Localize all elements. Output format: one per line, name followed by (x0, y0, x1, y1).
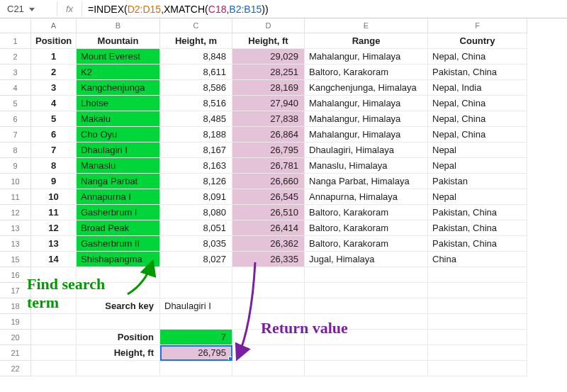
row-header-13[interactable]: 13 (0, 220, 31, 236)
row-header-3[interactable]: 3 (0, 65, 31, 80)
cell-height-m-7[interactable]: 8,188 (160, 127, 232, 142)
cell-mountain-15[interactable]: Shishapangma (77, 252, 160, 267)
row-header-11[interactable]: 11 (0, 189, 31, 205)
empty-cell[interactable] (232, 267, 305, 283)
cell-height-ft-4[interactable]: 28,169 (232, 80, 305, 96)
empty-cell[interactable] (31, 345, 77, 361)
value-search-key[interactable]: Dhaulagiri I (160, 298, 232, 314)
value-position[interactable]: 7 (160, 330, 232, 345)
cell-mountain-2[interactable]: Mount Everest (77, 49, 160, 65)
cell-height-ft-11[interactable]: 26,545 (232, 189, 305, 205)
header-position[interactable]: Position (31, 33, 77, 49)
cell-height-m-10[interactable]: 8,126 (160, 174, 232, 189)
empty-cell[interactable] (428, 345, 527, 361)
cell-range-2[interactable]: Mahalangur, Himalaya (305, 49, 428, 65)
cell-range-12[interactable]: Baltoro, Karakoram (305, 205, 428, 220)
row-header-12[interactable]: 12 (0, 205, 31, 220)
empty-cell[interactable] (428, 330, 527, 345)
row-header-22[interactable]: 22 (0, 361, 31, 376)
cell-mountain-10[interactable]: Nanga Parbat (77, 174, 160, 189)
cell-mountain-14[interactable]: Gasherbrum II (77, 236, 160, 252)
empty-cell[interactable] (160, 361, 232, 376)
row-header-21[interactable]: 21 (0, 345, 31, 361)
empty-cell[interactable] (305, 298, 428, 314)
cell-position-5[interactable]: 4 (31, 96, 77, 111)
cell-range-11[interactable]: Annapurna, Himalaya (305, 189, 428, 205)
empty-cell[interactable] (77, 267, 160, 283)
cell-height-m-2[interactable]: 8,848 (160, 49, 232, 65)
cell-range-13[interactable]: Baltoro, Karakoram (305, 220, 428, 236)
cell-position-4[interactable]: 3 (31, 80, 77, 96)
cell-height-m-4[interactable]: 8,586 (160, 80, 232, 96)
empty-cell[interactable] (31, 361, 77, 376)
cell-range-8[interactable]: Dhaulagiri, Himalaya (305, 142, 428, 158)
empty-cell[interactable] (160, 314, 232, 330)
row-header-14[interactable]: 13 (0, 236, 31, 252)
cell-country-3[interactable]: Pakistan, China (428, 65, 527, 80)
row-header-7[interactable]: 7 (0, 127, 31, 142)
cell-height-ft-10[interactable]: 26,660 (232, 174, 305, 189)
cell-height-m-14[interactable]: 8,035 (160, 236, 232, 252)
empty-cell[interactable] (232, 330, 305, 345)
cell-height-ft-6[interactable]: 27,838 (232, 111, 305, 127)
row-header-8[interactable]: 8 (0, 142, 31, 158)
empty-cell[interactable] (160, 267, 232, 283)
cell-height-m-8[interactable]: 8,167 (160, 142, 232, 158)
empty-cell[interactable] (305, 330, 428, 345)
cell-mountain-13[interactable]: Broad Peak (77, 220, 160, 236)
cell-height-ft-8[interactable]: 26,795 (232, 142, 305, 158)
cell-mountain-7[interactable]: Cho Oyu (77, 127, 160, 142)
row-header-10[interactable]: 10 (0, 174, 31, 189)
cell-height-m-3[interactable]: 8,611 (160, 65, 232, 80)
cell-height-ft-5[interactable]: 27,940 (232, 96, 305, 111)
cell-country-11[interactable]: Nepal (428, 189, 527, 205)
cell-country-9[interactable]: Nepal (428, 158, 527, 174)
empty-cell[interactable] (428, 283, 527, 298)
cell-range-10[interactable]: Nanga Parbat, Himalaya (305, 174, 428, 189)
cell-range-4[interactable]: Kangchenjunga, Himalaya (305, 80, 428, 96)
cell-range-3[interactable]: Baltoro, Karakoram (305, 65, 428, 80)
cell-range-9[interactable]: Manaslu, Himalaya (305, 158, 428, 174)
corner-cell[interactable] (0, 18, 31, 33)
empty-cell[interactable] (31, 330, 77, 345)
name-box-dropdown-icon[interactable] (29, 8, 35, 11)
empty-cell[interactable] (77, 283, 160, 298)
empty-cell[interactable] (305, 283, 428, 298)
cell-country-12[interactable]: Pakistan, China (428, 205, 527, 220)
column-header-C[interactable]: C (160, 18, 232, 33)
header-height-m[interactable]: Height, m (160, 33, 232, 49)
cell-reference-box[interactable]: C21 (0, 4, 57, 14)
row-header-16[interactable]: 16 (0, 267, 31, 283)
row-header-1[interactable]: 1 (0, 33, 31, 49)
formula-input[interactable]: =INDEX(D2:D15,XMATCH(C18,B2:B15)) (82, 4, 269, 15)
row-header-18[interactable]: 18 (0, 298, 31, 314)
cell-height-m-13[interactable]: 8,051 (160, 220, 232, 236)
cell-country-15[interactable]: China (428, 252, 527, 267)
cell-height-ft-7[interactable]: 26,864 (232, 127, 305, 142)
empty-cell[interactable] (232, 345, 305, 361)
cell-position-3[interactable]: 2 (31, 65, 77, 80)
cell-height-ft-15[interactable]: 26,335 (232, 252, 305, 267)
cell-position-11[interactable]: 10 (31, 189, 77, 205)
empty-cell[interactable] (305, 314, 428, 330)
empty-cell[interactable] (232, 314, 305, 330)
cell-height-m-9[interactable]: 8,163 (160, 158, 232, 174)
cell-country-6[interactable]: Nepal, China (428, 111, 527, 127)
empty-cell[interactable] (31, 283, 77, 298)
empty-cell[interactable] (305, 345, 428, 361)
header-range[interactable]: Range (305, 33, 428, 49)
empty-cell[interactable] (232, 283, 305, 298)
cell-mountain-12[interactable]: Gasherbrum I (77, 205, 160, 220)
cell-mountain-3[interactable]: K2 (77, 65, 160, 80)
cell-position-9[interactable]: 8 (31, 158, 77, 174)
empty-cell[interactable] (305, 267, 428, 283)
label-search-key[interactable]: Search key (77, 298, 160, 314)
cell-height-ft-12[interactable]: 26,510 (232, 205, 305, 220)
cell-country-4[interactable]: Nepal, India (428, 80, 527, 96)
row-header-19[interactable]: 19 (0, 314, 31, 330)
cell-range-5[interactable]: Mahalangur, Himalaya (305, 96, 428, 111)
cell-height-m-6[interactable]: 8,485 (160, 111, 232, 127)
empty-cell[interactable] (428, 361, 527, 376)
cell-mountain-5[interactable]: Lhotse (77, 96, 160, 111)
empty-cell[interactable] (305, 361, 428, 376)
